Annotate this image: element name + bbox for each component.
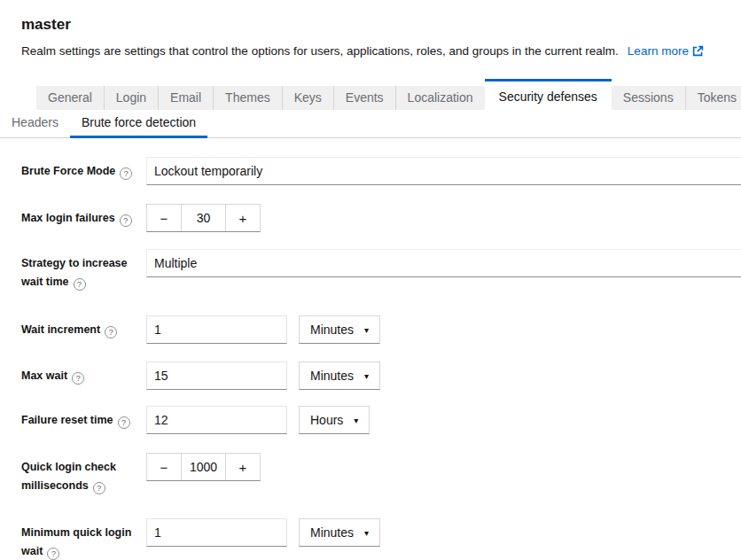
- failure-reset-time-unit-select[interactable]: Hours ▾: [299, 406, 370, 434]
- realm-settings-tabs: General Login Email Themes Keys Events L…: [36, 79, 741, 113]
- help-icon[interactable]: ?: [47, 548, 59, 560]
- form-row: Failure reset time? Hours ▾: [21, 406, 741, 434]
- form-row: Minimum quick login wait? Minutes ▾: [21, 518, 741, 560]
- form-row: Max wait? Minutes ▾: [21, 362, 741, 390]
- tab-security-defenses[interactable]: Security defenses: [485, 79, 612, 113]
- tab-sessions[interactable]: Sessions: [612, 86, 686, 110]
- quick-login-check-value[interactable]: 1000: [182, 454, 225, 480]
- max-wait-input[interactable]: [146, 362, 287, 390]
- caret-down-icon: ▾: [364, 325, 369, 335]
- caret-down-icon: ▾: [364, 371, 369, 381]
- tab-general[interactable]: General: [36, 86, 105, 110]
- help-icon[interactable]: ?: [74, 278, 86, 291]
- learn-more-link[interactable]: Learn more: [628, 44, 704, 58]
- tab-login[interactable]: Login: [105, 86, 159, 110]
- external-link-icon: [692, 45, 704, 60]
- tab-tokens[interactable]: Tokens: [686, 86, 741, 110]
- wait-strategy-select[interactable]: Multiple: [146, 249, 741, 277]
- tab-events[interactable]: Events: [334, 86, 396, 110]
- minimum-quick-login-wait-label: Minimum quick login wait?: [21, 518, 146, 560]
- caret-down-icon: ▾: [364, 528, 369, 538]
- brute-force-mode-label: Brute Force Mode?: [21, 157, 146, 181]
- wait-increment-unit-select[interactable]: Minutes ▾: [299, 315, 380, 344]
- wait-increment-label: Wait increment?: [21, 315, 146, 339]
- help-icon[interactable]: ?: [118, 416, 130, 429]
- increment-button[interactable]: +: [225, 205, 260, 231]
- form-row: Brute Force Mode? Lockout temporarily: [21, 157, 741, 185]
- help-icon[interactable]: ?: [72, 372, 84, 385]
- minimum-quick-login-wait-unit-select[interactable]: Minutes ▾: [299, 518, 380, 547]
- page-title: master: [21, 16, 741, 34]
- failure-reset-time-input[interactable]: [146, 406, 287, 434]
- form-row: Wait increment? Minutes ▾: [21, 315, 741, 344]
- increment-button[interactable]: +: [225, 454, 260, 480]
- subtab-brute-force-detection[interactable]: Brute force detection: [70, 111, 207, 138]
- decrement-button[interactable]: −: [147, 205, 182, 231]
- max-login-failures-value[interactable]: 30: [182, 205, 225, 231]
- help-icon[interactable]: ?: [105, 326, 117, 338]
- brute-force-mode-select[interactable]: Lockout temporarily: [146, 157, 741, 185]
- decrement-button[interactable]: −: [147, 454, 182, 480]
- form-row: Max login failures? − 30 +: [21, 204, 741, 232]
- realm-description-row: Realm settings are settings that control…: [21, 43, 720, 60]
- wait-increment-input[interactable]: [146, 315, 287, 344]
- max-wait-unit-select[interactable]: Minutes ▾: [299, 362, 380, 390]
- help-icon[interactable]: ?: [93, 482, 105, 494]
- caret-down-icon: ▾: [354, 416, 358, 425]
- tab-localization[interactable]: Localization: [396, 86, 485, 110]
- quick-login-check-label: Quick login check milliseconds?: [21, 453, 146, 495]
- security-defenses-subtabs: Headers Brute force detection: [0, 111, 741, 138]
- help-icon[interactable]: ?: [120, 167, 132, 180]
- brute-force-detection-form: Brute Force Mode? Lockout temporarily Ma…: [21, 157, 741, 560]
- max-login-failures-label: Max login failures?: [21, 204, 146, 228]
- help-icon[interactable]: ?: [120, 214, 132, 227]
- realm-description: Realm settings are settings that control…: [21, 44, 619, 58]
- form-row: Strategy to increase wait time? Multiple: [21, 249, 741, 292]
- max-wait-label: Max wait?: [21, 362, 146, 385]
- tab-themes[interactable]: Themes: [214, 86, 283, 110]
- subtab-headers[interactable]: Headers: [0, 111, 70, 138]
- tab-keys[interactable]: Keys: [283, 86, 334, 110]
- tab-email[interactable]: Email: [159, 86, 214, 110]
- failure-reset-time-label: Failure reset time?: [21, 406, 146, 430]
- wait-strategy-label: Strategy to increase wait time?: [21, 249, 146, 292]
- max-login-failures-stepper: − 30 +: [146, 204, 261, 232]
- minimum-quick-login-wait-input[interactable]: [146, 518, 287, 547]
- quick-login-check-stepper: − 1000 +: [146, 453, 261, 481]
- form-row: Quick login check milliseconds? − 1000 +: [21, 453, 741, 495]
